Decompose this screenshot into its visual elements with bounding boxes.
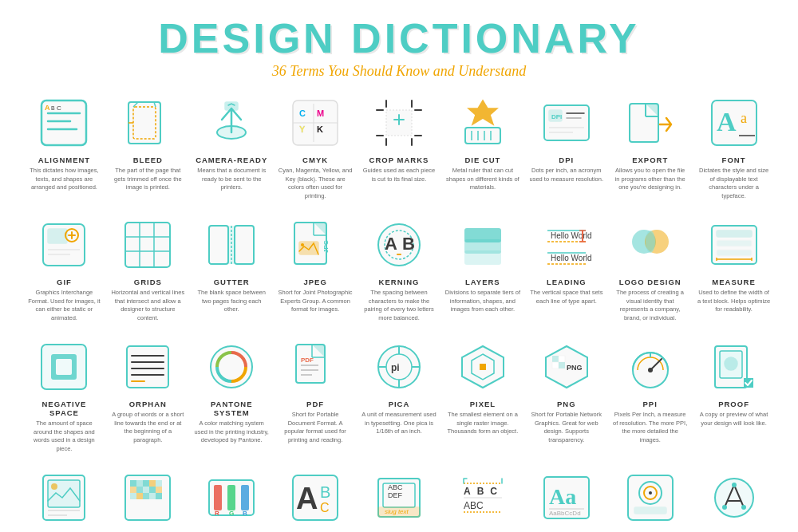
terms-grid: A B C ALIGNMENTThis dictates how images,… — [24, 89, 774, 532]
kerning-icon: A B — [370, 216, 428, 274]
svg-rect-91 — [717, 231, 752, 237]
measure-icon — [705, 216, 763, 274]
term-name: DPI — [559, 156, 574, 164]
svg-rect-55 — [125, 223, 170, 267]
term-description: A color matching system used in the prin… — [194, 420, 270, 445]
svg-text:A: A — [385, 234, 397, 254]
svg-rect-189 — [634, 507, 666, 514]
die-cut-icon — [454, 94, 512, 152]
header: DESIGN DICTIONARY 36 Terms You Should Kn… — [24, 16, 774, 80]
svg-text:K: K — [317, 124, 323, 134]
gutter-icon — [203, 216, 260, 274]
svg-text:M: M — [317, 108, 324, 118]
svg-rect-150 — [136, 487, 143, 493]
term-item-camera-ready: CAMERA-READYMeans that a document is rea… — [192, 89, 272, 205]
term-description: Short for Portable Network Graphics. Gre… — [528, 411, 604, 444]
svg-marker-30 — [468, 100, 497, 124]
svg-text:ABC: ABC — [464, 486, 504, 497]
term-item-raster-files: RASTER FILESThey are made up of thousand… — [108, 464, 188, 532]
term-item-kerning: A B KERNINGThe spacing between character… — [359, 211, 440, 327]
font-icon: A a — [705, 94, 763, 152]
term-name: CMYK — [302, 156, 328, 164]
pdf-icon: PDF — [286, 338, 344, 396]
term-description: Metal ruler that can cut shapes on diffe… — [444, 167, 520, 192]
term-item-rgb: R G B RGBRed, green, and blue. A color m… — [192, 464, 272, 532]
svg-rect-156 — [143, 493, 149, 499]
svg-rect-157 — [149, 493, 156, 499]
ppi-icon — [622, 338, 679, 396]
term-description: Horizontal and vertical lines that inter… — [110, 289, 186, 322]
svg-text:PDF: PDF — [301, 357, 314, 364]
term-name: CAMERA-READY — [196, 156, 267, 164]
svg-rect-61 — [235, 226, 254, 264]
svg-rect-152 — [149, 487, 156, 493]
term-item-vector-images: VECTOR IMAGESUse shapes made up of conne… — [693, 464, 774, 532]
term-item-tracking: ABC ABC TRACKINGLike kerning, but applie… — [442, 464, 523, 532]
term-name: LOGO DESIGN — [619, 278, 681, 286]
svg-rect-129 — [559, 362, 565, 368]
term-name: LEADING — [547, 278, 587, 286]
svg-rect-124 — [480, 364, 486, 370]
term-description: The part of the page that gets trimmed o… — [110, 167, 186, 192]
term-description: Dots per inch, an acronym used to measur… — [528, 167, 604, 183]
svg-rect-160 — [214, 485, 222, 510]
svg-text:A: A — [717, 107, 737, 136]
term-description: This dictates how images, texts, and sha… — [26, 167, 102, 192]
term-item-export: EXPORTAllows you to open the file in pro… — [610, 89, 690, 205]
term-item-crop-marks: CROP MARKSGuides used as each piece is c… — [359, 89, 440, 205]
svg-rect-60 — [209, 226, 228, 264]
layers-icon — [454, 216, 512, 274]
svg-point-68 — [301, 243, 304, 246]
term-name: PDF — [306, 400, 324, 408]
svg-rect-146 — [143, 480, 149, 487]
term-item-pdf: PDF PDFShort for Portable Document Forma… — [275, 333, 356, 458]
svg-rect-93 — [717, 250, 752, 256]
term-name: EXPORT — [632, 156, 668, 164]
svg-rect-154 — [130, 493, 136, 499]
term-item-pantone-system: PANTONE SYSTEMA color matching system us… — [192, 333, 272, 458]
svg-rect-77 — [465, 229, 500, 242]
term-item-typeface: Aa AaBbCcDd TYPEFACEThe entire design se… — [526, 464, 606, 532]
svg-point-193 — [732, 483, 737, 487]
svg-text:Hello World: Hello World — [551, 254, 592, 262]
term-description: Guides used as each piece is cut to its … — [361, 167, 437, 183]
svg-point-192 — [741, 505, 746, 510]
term-description: Pixels Per Inch, a measure of resolution… — [612, 411, 688, 444]
svg-rect-145 — [136, 480, 143, 487]
page: DESIGN DICTIONARY 36 Terms You Should Kn… — [0, 0, 798, 532]
svg-point-89 — [646, 231, 655, 253]
term-name: PNG — [557, 400, 576, 408]
svg-rect-128 — [552, 362, 559, 368]
jpeg-icon: JPG — [286, 216, 344, 274]
term-name: PANTONE SYSTEM — [194, 400, 270, 417]
svg-rect-31 — [465, 128, 500, 144]
leading-icon: Hello World Hello World — [538, 216, 595, 274]
svg-point-188 — [649, 491, 652, 495]
term-name: CROP MARKS — [369, 156, 429, 164]
term-description: Dictates the style and size of displayab… — [696, 167, 772, 200]
negative-space-icon — [35, 338, 93, 396]
term-item-alignment: A B C ALIGNMENTThis dictates how images,… — [24, 89, 105, 205]
term-item-measure: MEASUREUsed to define the width of a tex… — [693, 211, 774, 327]
psd-icon — [35, 469, 93, 526]
term-name: PPI — [643, 400, 658, 408]
pixel-icon — [454, 338, 512, 396]
term-name: PROOF — [718, 400, 749, 408]
term-item-gif: GIFGraphics Interchange Format. Used for… — [24, 211, 105, 327]
svg-text:Y: Y — [299, 124, 306, 134]
term-name: KERNING — [379, 278, 420, 286]
svg-text:B: B — [320, 483, 330, 501]
term-description: The spacing between characters to make t… — [361, 289, 437, 322]
svg-rect-92 — [717, 240, 752, 246]
svg-text:AaBbCcDd: AaBbCcDd — [549, 510, 581, 517]
svg-rect-158 — [156, 493, 162, 499]
term-item-proof: PROOFA copy or preview of what your desi… — [693, 333, 774, 458]
svg-text:ABC: ABC — [388, 483, 403, 491]
term-name: PICA — [389, 400, 410, 408]
svg-rect-127 — [559, 356, 565, 362]
term-item-sans-serif: A B C SANS SERIFTypeface style where let… — [275, 464, 356, 532]
svg-text:PNG: PNG — [567, 364, 583, 372]
term-name: ALIGNMENT — [38, 156, 90, 164]
svg-text:ABC: ABC — [464, 500, 484, 511]
svg-point-137 — [725, 357, 737, 370]
